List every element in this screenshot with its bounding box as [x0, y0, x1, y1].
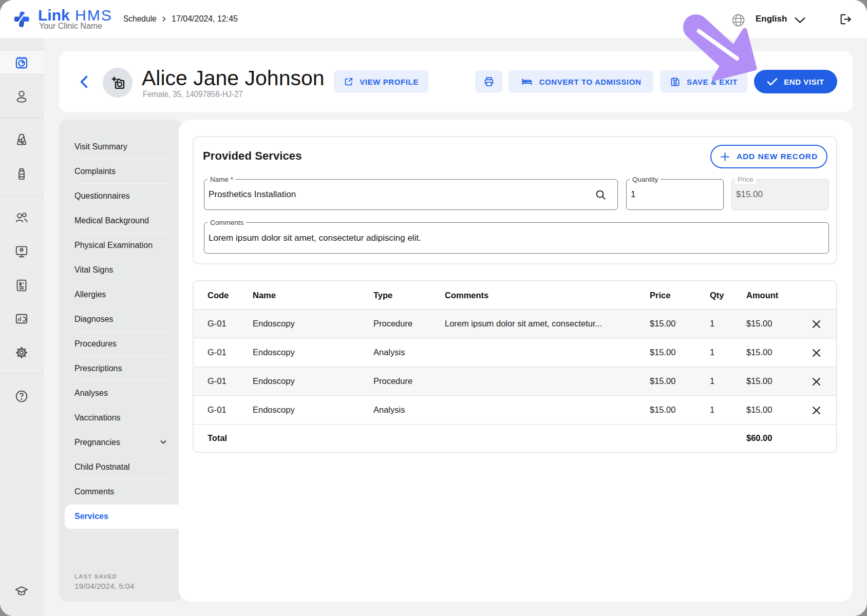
- svg-text:$: $: [19, 281, 22, 286]
